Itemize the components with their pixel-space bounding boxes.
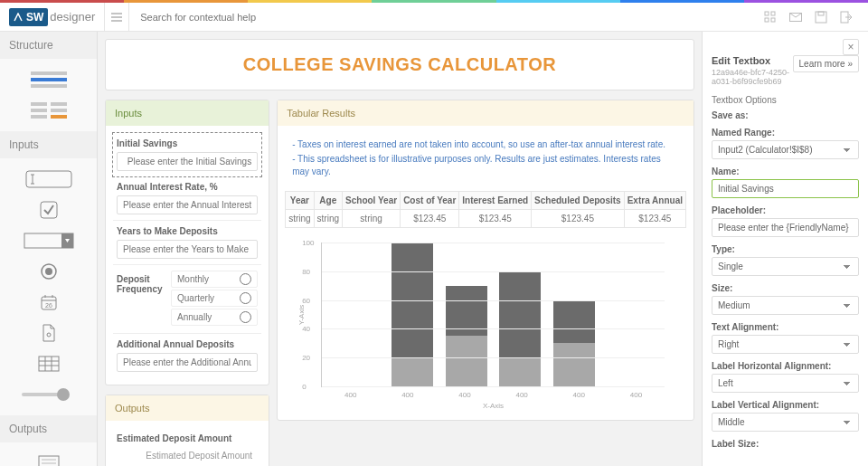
top-icons (758, 3, 868, 32)
input-additional-row[interactable]: Additional Annual Deposits (113, 334, 261, 377)
svg-rect-8 (816, 12, 826, 23)
size-select[interactable]: Medium (712, 296, 859, 315)
chart-xtick: 400 (344, 391, 356, 399)
widget-textbox[interactable] (22, 166, 76, 192)
size-label: Size: (712, 283, 859, 293)
tabular-panel-header: Tabular Results (278, 100, 693, 126)
additional-input[interactable] (117, 353, 258, 372)
bar-group (553, 243, 595, 386)
svg-text:26: 26 (45, 302, 52, 309)
est-deposit-row[interactable]: Estimated Deposit Amount Estimated Depos… (113, 428, 261, 466)
note-1: - Taxes on interest earned are not taken… (292, 138, 679, 151)
table-cell: $123.45 (532, 210, 625, 228)
logo: SW designer (0, 3, 104, 31)
chart-ytick: 80 (302, 267, 310, 275)
svg-rect-11 (31, 71, 67, 75)
placeholder-input[interactable] (712, 218, 859, 237)
notes: - Taxes on interest earned are not taken… (285, 133, 686, 185)
text-align-label: Text Alignment: (712, 322, 859, 332)
svg-rect-3 (765, 12, 769, 15)
table-header: School Year (343, 192, 401, 210)
title-card[interactable]: COLLEGE SAVINGS CALCULATOR (105, 39, 694, 90)
widget-file[interactable] (22, 320, 76, 346)
save-as-label: Save as: (712, 110, 749, 120)
name-input[interactable] (712, 179, 859, 198)
save-icon[interactable] (808, 3, 834, 32)
lha-label: Label Horizontal Alignment: (712, 361, 859, 371)
props-title: Edit Textbox (712, 55, 793, 66)
svg-rect-24 (41, 202, 57, 218)
input-frequency-row[interactable]: Deposit Frequency Monthly Quarterly Annu… (113, 265, 261, 334)
freq-annually[interactable]: Annually (171, 309, 258, 326)
years-input[interactable] (117, 240, 258, 259)
bar-group (499, 243, 541, 386)
table-cell: string (314, 210, 342, 228)
svg-rect-19 (51, 115, 67, 119)
input-annual-rate-row[interactable]: Annual Interest Rate, % (113, 176, 261, 221)
widget-table-input[interactable] (22, 351, 76, 376)
svg-rect-17 (51, 109, 67, 112)
exit-icon[interactable] (834, 3, 859, 32)
name-label: Name: (712, 166, 859, 176)
tabular-panel: Tabular Results - Taxes on interest earn… (277, 100, 694, 421)
table-cell: string (286, 210, 314, 228)
logo-badge: SW (9, 8, 48, 26)
chart-ytick: 40 (302, 325, 310, 333)
widget-slider[interactable] (22, 382, 76, 407)
bar-group (608, 243, 649, 386)
type-select[interactable]: Single (712, 257, 859, 276)
results-table: YearAgeSchool YearCost of YearInterest E… (285, 191, 686, 228)
page-title: COLLEGE SAVINGS CALCULATOR (120, 54, 679, 75)
sidebar-section-structure: Structure (0, 32, 97, 59)
years-label: Years to Make Deposits (117, 226, 258, 236)
widget-row-orange[interactable] (22, 98, 76, 123)
search-input[interactable] (140, 12, 747, 23)
initial-savings-input[interactable] (117, 152, 258, 171)
widget-radio[interactable] (22, 259, 76, 284)
table-header: Age (314, 192, 342, 210)
sidebar-section-outputs: Outputs (0, 415, 97, 442)
lva-label: Label Vertical Alignment: (712, 400, 859, 410)
sidebar: Structure Inputs 26 Outputs (0, 32, 98, 466)
widget-row-blue[interactable] (22, 67, 76, 92)
widget-checkbox[interactable] (22, 197, 76, 223)
chart-ytick: 20 (302, 354, 310, 362)
freq-quarterly[interactable]: Quarterly (171, 290, 258, 307)
widget-text-output[interactable] (22, 451, 76, 466)
svg-rect-12 (31, 78, 67, 81)
lva-select[interactable]: Middle (712, 413, 859, 432)
grid-icon[interactable] (758, 3, 783, 32)
chart-ytick: 60 (302, 296, 310, 304)
est-deposit-label: Estimated Deposit Amount (117, 433, 258, 443)
freq-monthly[interactable]: Monthly (171, 271, 258, 288)
learn-more-button[interactable]: Learn more » (793, 55, 859, 72)
named-range-select[interactable]: Input2 (Calculator!$I$8) (712, 140, 859, 159)
chart-ytick: 0 (302, 383, 306, 391)
svg-point-34 (47, 333, 51, 337)
input-years-row[interactable]: Years to Make Deposits (113, 221, 261, 265)
table-cell: $123.45 (401, 210, 459, 228)
properties-panel: × Edit Textbox 12a9a46e-bfc7-4250-a031-b… (702, 32, 868, 466)
text-align-select[interactable]: Right (712, 335, 859, 354)
note-2: - This spreadsheet is for illustrative p… (292, 153, 679, 178)
outputs-panel-header: Outputs (106, 395, 269, 421)
annual-rate-input[interactable] (117, 195, 258, 214)
svg-rect-16 (31, 109, 47, 112)
widget-dropdown[interactable] (22, 228, 76, 253)
svg-rect-6 (771, 18, 775, 22)
annual-rate-label: Annual Interest Rate, % (117, 182, 258, 192)
lha-select[interactable]: Left (712, 374, 859, 393)
mail-icon[interactable] (783, 3, 808, 32)
widget-datepicker[interactable]: 26 (22, 290, 76, 315)
chart-ytick: 100 (302, 239, 314, 247)
search-help-container (129, 12, 758, 23)
chart-container[interactable]: Y-Axis X-Axis 02040608010040040040040040… (285, 239, 686, 413)
outputs-panel: Outputs Estimated Deposit Amount Estimat… (105, 395, 269, 466)
bar-group (446, 243, 487, 386)
hamburger-icon[interactable] (104, 3, 129, 32)
close-icon[interactable]: × (843, 39, 859, 55)
lsize-label: Label Size: (712, 439, 859, 449)
named-range-label: Named Range: (712, 128, 859, 138)
input-initial-savings-row[interactable]: Initial Savings (112, 132, 262, 177)
bar-group (337, 243, 379, 386)
